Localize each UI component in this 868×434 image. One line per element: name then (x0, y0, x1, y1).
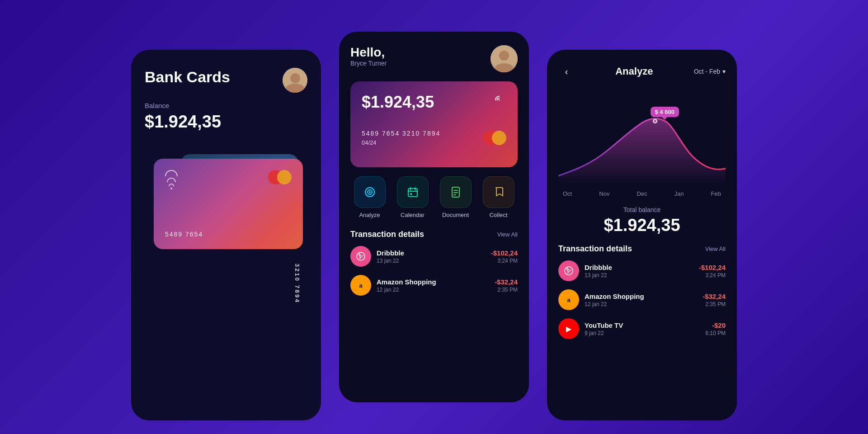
p3-header: ‹ Analyze Oct - Feb ▾ (558, 63, 726, 80)
document-label: Document (442, 212, 469, 218)
p2-avatar (491, 45, 518, 72)
phone-bank-cards: Bank Cards Balance $1.924,35 (131, 50, 321, 420)
p3-tx-info-youtube: YouTube TV 9 jan 22 (585, 321, 700, 336)
p2-tx-name-dribbble: Dribbble (377, 249, 486, 257)
p3-tx-amount-value-amazon: -$32,24 (703, 292, 726, 300)
p2-tx-time-amazon: 2:35 PM (495, 287, 518, 293)
month-jan: Jan (675, 190, 684, 197)
wifi-icon (165, 170, 178, 189)
wifi-arc-medium (167, 178, 176, 182)
total-balance-label: Total balance (558, 206, 726, 213)
p2-tx-amazon: a Amazon Shopping 12 jan 22 -$32,24 2:35… (350, 275, 518, 296)
wifi-arc-small (169, 184, 174, 186)
chart-months: Oct Nov Dec Jan Feb (558, 190, 726, 197)
balance-label: Balance (145, 102, 307, 109)
p3-tx-name-dribbble: Dribbble (585, 264, 693, 271)
p3-title: Analyze (615, 66, 653, 77)
p2-section-header: Transaction details View All (350, 230, 518, 239)
collect-icon-bg (483, 176, 514, 208)
credit-card-main: 5489 7654 (154, 159, 303, 249)
p3-tx-amount-youtube: -$20 6:10 PM (705, 321, 726, 336)
card-number-vertical: 3210 7894 (294, 264, 301, 303)
action-document[interactable]: Document (436, 176, 475, 218)
p2-tx-name-amazon: Amazon Shopping (377, 278, 489, 286)
phone-analyze: ‹ Analyze Oct - Feb ▾ $ 4 600 (547, 50, 737, 420)
balance-card-mc-yellow (492, 131, 506, 145)
date-range-selector[interactable]: Oct - Feb ▾ (694, 68, 726, 75)
p3-tx-icon-dribbble (558, 260, 579, 281)
p3-tx-youtube: ▶ YouTube TV 9 jan 22 -$20 6:10 PM (558, 318, 726, 339)
nfc-icon (492, 93, 506, 110)
p2-amazon-text: a (359, 282, 362, 289)
balance-amount: $1.924,35 (145, 112, 307, 132)
p3-tx-icon-youtube: ▶ (558, 318, 579, 339)
wifi-dot (170, 188, 172, 189)
calendar-label: Calendar (401, 212, 425, 218)
p3-tx-time-youtube: 6:10 PM (705, 330, 726, 336)
analyze-icon-bg (354, 176, 386, 208)
p3-youtube-icon: ▶ (566, 325, 571, 333)
p3-tx-time-amazon: 2:35 PM (703, 301, 726, 307)
avatar (283, 68, 307, 93)
card-number-display: 5489 7654 (165, 231, 203, 238)
p3-tx-info-amazon: Amazon Shopping 12 jan 22 (585, 292, 697, 307)
p3-tx-date-amazon: 12 jan 22 (585, 301, 697, 307)
action-calendar[interactable]: Calendar (393, 176, 432, 218)
p2-tx-time-dribbble: 3:24 PM (491, 258, 518, 264)
chart-svg (558, 86, 726, 186)
p3-tx-time-dribbble: 3:24 PM (699, 272, 726, 278)
p3-tx-icon-amazon: a (558, 289, 579, 310)
card-number-text: 5489 7654 3210 7894 (362, 130, 440, 137)
p2-tx-icon-dribbble (350, 246, 371, 267)
p3-section-title: Transaction details (558, 244, 632, 254)
month-oct: Oct (563, 190, 572, 197)
p2-tx-amount-value-dribbble: -$102,24 (491, 249, 518, 257)
p3-amazon-text: a (567, 297, 570, 303)
svg-point-12 (357, 252, 365, 260)
p2-tx-amount-dribbble: -$102,24 3:24 PM (491, 249, 518, 264)
p3-view-all[interactable]: View All (705, 245, 726, 252)
p3-tx-date-youtube: 9 jan 22 (585, 330, 700, 336)
p3-tx-amazon: a Amazon Shopping 12 jan 22 -$32,24 2:35… (558, 289, 726, 310)
credit-card-stack: 5489 7654 3210 7894 (145, 145, 307, 317)
action-analyze[interactable]: Analyze (350, 176, 389, 218)
p2-tx-dribbble: Dribbble 13 jan 22 -$102,24 3:24 PM (350, 246, 518, 267)
balance-card-mastercard (483, 131, 506, 145)
dropdown-icon: ▾ (722, 68, 726, 75)
back-icon: ‹ (565, 66, 568, 77)
month-nov: Nov (599, 190, 609, 197)
price-bubble: $ 4 600 (651, 107, 679, 117)
card-expiry: 04/24 (362, 139, 440, 146)
p2-hello: Hello, (350, 45, 387, 60)
collect-label: Collect (490, 212, 508, 218)
p2-section-title: Transaction details (350, 230, 424, 239)
p2-view-all[interactable]: View All (497, 231, 518, 238)
quick-actions: Analyze Calendar (350, 176, 518, 218)
phone-dashboard: Hello, Bryce Turner $1.924,35 5489 7654 … (339, 32, 529, 402)
action-collect[interactable]: Collect (479, 176, 518, 218)
phone1-header: Bank Cards (145, 68, 307, 93)
wifi-arc-large (165, 170, 178, 176)
card-details: 5489 7654 3210 7894 04/24 (362, 130, 440, 146)
p3-tx-info-dribbble: Dribbble 13 jan 22 (585, 264, 693, 278)
p2-tx-amount-value-amazon: -$32,24 (495, 278, 518, 286)
p3-tx-amount-amazon: -$32,24 2:35 PM (703, 292, 726, 307)
p3-tx-date-dribbble: 13 jan 22 (585, 272, 693, 278)
p2-header: Hello, Bryce Turner (350, 45, 518, 72)
total-balance-amount: $1.924,35 (558, 216, 726, 235)
p2-tx-icon-amazon: a (350, 275, 371, 296)
p3-tx-dribbble: Dribbble 13 jan 22 -$102,24 3:24 PM (558, 260, 726, 281)
p3-tx-name-youtube: YouTube TV (585, 321, 700, 329)
svg-point-2 (369, 191, 371, 193)
document-icon-bg (440, 176, 472, 208)
p2-greeting-block: Hello, Bryce Turner (350, 45, 387, 67)
p2-avatar-face (491, 45, 518, 72)
balance-card-amount: $1.924,35 (362, 93, 506, 112)
svg-point-13 (565, 267, 573, 275)
back-button[interactable]: ‹ (558, 63, 575, 80)
card-bottom: 5489 7654 3210 7894 04/24 (362, 130, 506, 146)
p2-tx-amount-amazon: -$32,24 2:35 PM (495, 278, 518, 293)
p3-section-header: Transaction details View All (558, 244, 726, 254)
mastercard-yellow-circle (277, 170, 292, 184)
analyze-chart: $ 4 600 (558, 86, 726, 186)
